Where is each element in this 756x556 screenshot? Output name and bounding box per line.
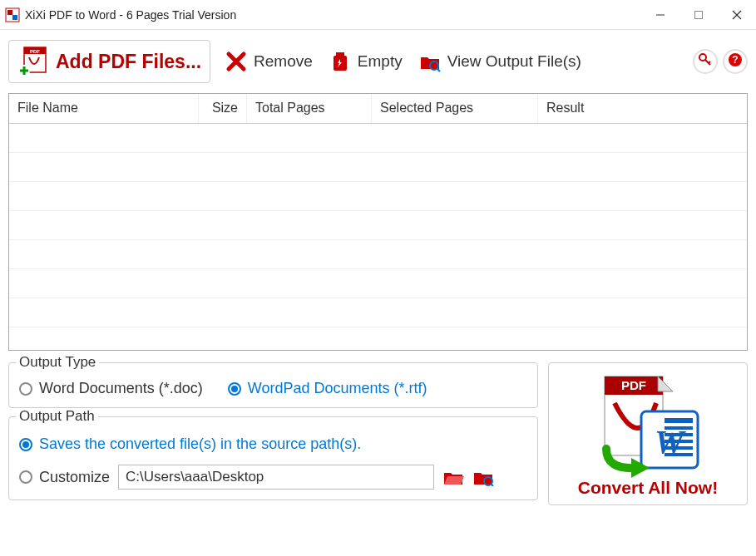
key-icon [698,52,713,71]
svg-line-23 [492,485,493,486]
svg-point-17 [699,54,706,61]
radio-wordpad-rtf[interactable]: WordPad Documents (*.rtf) [228,380,427,397]
minimize-button[interactable] [641,0,679,30]
table-row[interactable] [9,269,747,298]
radio-wordpad-rtf-label: WordPad Documents (*.rtf) [248,380,427,397]
browse-folder-button[interactable] [442,468,464,486]
radio-word-doc-label: Word Documents (*.doc) [39,380,203,397]
column-header-result[interactable]: Result [538,94,747,123]
radio-customize[interactable]: Customize [19,469,110,486]
svg-line-16 [437,69,440,71]
file-table: File Name Size Total Pages Selected Page… [8,93,748,351]
table-row[interactable] [9,298,747,327]
remove-label: Remove [254,52,313,71]
output-path-panel: Output Path Saves the converted file(s) … [8,416,538,500]
convert-all-button[interactable]: PDF W Convert All Now! [548,362,748,505]
column-header-size[interactable]: Size [199,94,247,123]
remove-button[interactable]: Remove [225,51,313,72]
table-header-row: File Name Size Total Pages Selected Page… [9,94,747,124]
svg-text:?: ? [732,54,738,66]
empty-button[interactable]: Empty [329,51,403,72]
view-output-files-button[interactable]: View Output File(s) [419,51,581,72]
titlebar: XiXi PDF to Word - 6 Pages Trial Version [0,0,756,30]
column-header-totalpages[interactable]: Total Pages [247,94,372,123]
remove-x-icon [225,51,247,72]
radio-word-doc[interactable]: Word Documents (*.doc) [19,380,203,397]
bottom-area: Output Type Word Documents (*.doc) WordP… [0,351,756,512]
output-path-title: Output Path [16,408,98,425]
custom-path-input[interactable] [118,465,434,490]
svg-marker-27 [658,376,673,391]
question-icon: ? [728,52,743,71]
svg-rect-2 [12,15,17,20]
svg-text:PDF: PDF [621,378,646,392]
output-type-title: Output Type [16,354,99,371]
open-folder-button[interactable] [472,468,494,486]
svg-rect-14 [336,52,344,56]
column-header-filename[interactable]: File Name [9,94,199,123]
radio-source-path[interactable]: Saves the converted file(s) in the sourc… [19,435,527,453]
radio-icon [19,438,32,451]
table-row[interactable] [9,240,747,269]
table-body [9,124,747,327]
help-button[interactable]: ? [723,49,748,74]
trash-recycle-icon [329,51,351,72]
table-row[interactable] [9,124,747,153]
output-type-panel: Output Type Word Documents (*.doc) WordP… [8,362,538,408]
radio-icon [19,382,32,396]
empty-label: Empty [358,52,403,71]
radio-icon [228,382,241,396]
radio-customize-label: Customize [39,469,110,486]
window-title: XiXi PDF to Word - 6 Pages Trial Version [25,8,641,22]
toolbar: PDF Add PDF Files... Remove Empty [0,30,756,93]
close-button[interactable] [718,0,756,30]
svg-rect-4 [695,11,703,18]
table-row[interactable] [9,211,747,240]
radio-source-path-label: Saves the converted file(s) in the sourc… [39,435,361,453]
column-header-selectedpages[interactable]: Selected Pages [372,94,538,123]
folder-view-icon [419,51,441,72]
view-output-label: View Output File(s) [447,52,581,71]
pdf-to-word-icon: PDF W [590,370,706,478]
table-row[interactable] [9,182,747,211]
svg-text:W: W [655,423,686,460]
maximize-button[interactable] [679,0,718,30]
app-icon [5,7,20,22]
convert-all-label: Convert All Now! [578,478,718,498]
add-pdf-files-button[interactable]: PDF Add PDF Files... [8,40,210,83]
pdf-add-icon: PDF [17,46,52,77]
table-row[interactable] [9,153,747,182]
svg-text:PDF: PDF [30,49,40,54]
svg-line-19 [709,62,710,63]
settings-button[interactable] [693,49,718,74]
radio-icon [19,470,32,484]
svg-rect-1 [7,10,12,15]
add-pdf-files-label: Add PDF Files... [56,51,201,73]
